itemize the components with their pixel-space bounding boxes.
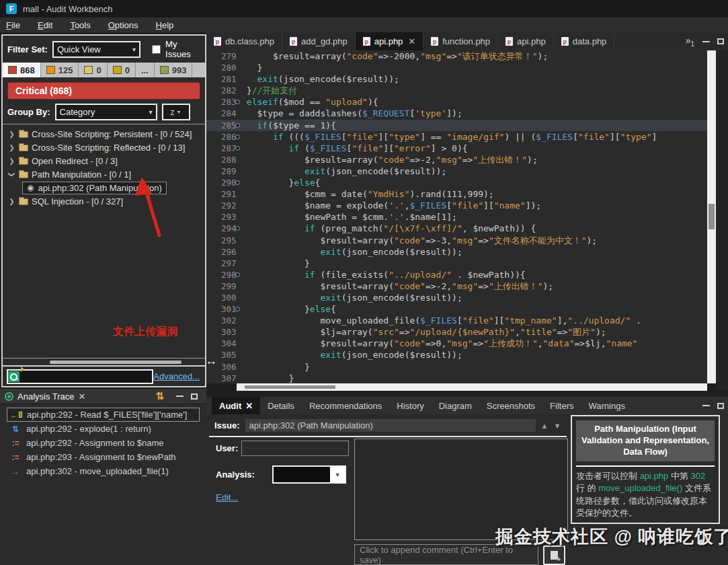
- minimize-icon[interactable]: [176, 396, 184, 397]
- severity-count-tab[interactable]: ...: [136, 63, 155, 77]
- code-line[interactable]: 289 exit(json_encode($result));: [206, 165, 707, 177]
- scrollbar-thumb[interactable]: [709, 204, 715, 229]
- editor-tab-data.php[interactable]: pdata.php: [554, 32, 615, 50]
- tab-history[interactable]: History: [389, 397, 431, 414]
- chevron-icon[interactable]: ❯: [8, 157, 15, 165]
- search-input[interactable]: [7, 369, 153, 384]
- code-line[interactable]: 305 exit(json_encode($result));: [206, 349, 707, 361]
- severity-count-tab[interactable]: 868: [3, 63, 41, 77]
- code-line[interactable]: 298 if (file_exists("../upload/" . $newP…: [206, 269, 707, 280]
- maximize-icon[interactable]: [717, 38, 724, 44]
- critical-banner[interactable]: Critical (868): [7, 82, 200, 100]
- trace-step[interactable]: →api.php:302 - move_uploaded_file(1): [7, 464, 200, 478]
- close-icon[interactable]: ✕: [79, 391, 86, 402]
- search-icon[interactable]: [8, 371, 19, 382]
- tree-issue-row[interactable]: ◉api.php:302 (Path Manipulation): [3, 181, 205, 194]
- code-line[interactable]: 282 }//开始支付: [206, 85, 707, 96]
- code-line[interactable]: 303 $lj=array("src"=>"/upload/{$newPath}…: [206, 326, 707, 338]
- next-issue-icon[interactable]: ▼: [553, 422, 561, 430]
- code-line[interactable]: 287 if ($_FILES["file"]["error"] > 0){: [206, 143, 707, 154]
- editor-tab-add_gd.php[interactable]: padd_gd.php: [282, 32, 356, 50]
- filter-set-dropdown[interactable]: Quick View ▾: [52, 41, 140, 58]
- chevron-icon[interactable]: ❯: [8, 171, 15, 178]
- menu-item-help[interactable]: Help: [156, 20, 174, 30]
- minimize-icon[interactable]: [702, 41, 710, 42]
- code-line[interactable]: 295 $result=array("code"=>-3,"msg"=>"文件名…: [206, 235, 707, 246]
- code-line[interactable]: 280 }: [206, 62, 707, 73]
- code-line[interactable]: 297 }: [206, 258, 707, 269]
- tree-folder-row[interactable]: ❯Path Manipulation - [0 / 1]: [3, 167, 205, 181]
- tab-warnings[interactable]: Warnings: [581, 397, 633, 414]
- chevron-icon[interactable]: ❯: [8, 198, 15, 205]
- code-line[interactable]: 293 $newPath = $cmm.'.'.$name[1];: [206, 211, 707, 223]
- trace-step[interactable]: ←api.php:292 - Read $_FILES['file']['nam…: [7, 408, 200, 422]
- code-line[interactable]: 290 }else{: [206, 177, 707, 188]
- user-input[interactable]: [241, 441, 349, 456]
- menu-item-file[interactable]: File: [6, 20, 20, 30]
- code-line[interactable]: 307 }: [206, 373, 707, 383]
- editor-tab-db.class.php[interactable]: pdb.class.php: [206, 32, 282, 50]
- swap-arrows-icon[interactable]: ⇅: [155, 390, 164, 402]
- tree-horizontal-scrollbar[interactable]: [3, 358, 205, 365]
- code-line[interactable]: 279 $result=array("code"=>-2000,"msg"=>"…: [206, 50, 707, 62]
- menu-item-edit[interactable]: Edit: [38, 20, 52, 30]
- code-line[interactable]: 296 exit(json_encode($result));: [206, 246, 707, 258]
- trace-step[interactable]: ⇅api.php:292 - explode(1 : return): [7, 422, 200, 436]
- tab-screenshots[interactable]: Screenshots: [479, 397, 542, 414]
- editor-horizontal-scrollbar[interactable]: [237, 383, 707, 391]
- menu-item-tools[interactable]: Tools: [70, 20, 90, 30]
- code-line[interactable]: 301 }else{: [206, 303, 707, 315]
- chevron-icon[interactable]: ❯: [8, 130, 15, 138]
- code-line[interactable]: 286 if ((($_FILES["file"]["type"] == "im…: [206, 131, 707, 143]
- group-by-dropdown[interactable]: Category ▾: [55, 104, 157, 120]
- analysis-dropdown[interactable]: ▾: [272, 465, 346, 484]
- code-line[interactable]: 288 $result=array("code"=>-2,"msg"=>"上传出…: [206, 154, 707, 165]
- code-line[interactable]: 294 if (preg_match("/[\x7f-\xff]/", $new…: [206, 223, 707, 234]
- selected-issue[interactable]: ◉api.php:302 (Path Manipulation): [22, 182, 167, 194]
- code-line[interactable]: 283 elseif($mod == "upload"){: [206, 96, 707, 108]
- trace-step[interactable]: :=api.php:293 - Assignment to $newPath: [7, 450, 200, 464]
- code-line[interactable]: 304 $result=array("code"=>0,"msg"=>"上传成功…: [206, 338, 707, 349]
- code-line[interactable]: 302 move_uploaded_file($_FILES["file"]["…: [206, 315, 707, 326]
- code-line[interactable]: 284 $type = daddslashes($_REQUEST['type'…: [206, 108, 707, 119]
- editor-tab-api.php[interactable]: papi.php: [498, 32, 554, 50]
- code-editor[interactable]: 279 $result=array("code"=>-2000,"msg"=>"…: [206, 50, 707, 383]
- advanced-link[interactable]: Advanced...: [153, 371, 200, 381]
- tab-overflow-indicator[interactable]: »1: [686, 35, 694, 48]
- minimize-icon[interactable]: [702, 405, 710, 406]
- chevron-icon[interactable]: ❯: [8, 144, 15, 151]
- tree-folder-row[interactable]: ❯Open Redirect - [0 / 3]: [3, 154, 205, 167]
- maximize-icon[interactable]: [717, 403, 724, 409]
- maximize-icon[interactable]: [191, 393, 198, 400]
- tree-folder-row[interactable]: ❯SQL Injection - [0 / 327]: [3, 194, 205, 208]
- code-line[interactable]: 281 exit(json_encode($result));: [206, 73, 707, 85]
- scrollbar-thumb[interactable]: [245, 385, 335, 389]
- sort-button[interactable]: z ▼: [162, 104, 190, 120]
- tab-recommendations[interactable]: Recommendations: [302, 397, 389, 414]
- tree-folder-row[interactable]: ❯Cross-Site Scripting: Reflected - [0 / …: [3, 141, 205, 154]
- code-line[interactable]: 291 $cmm = date("YmdHis").rand(111,999);: [206, 188, 707, 200]
- severity-count-tab[interactable]: 0: [108, 63, 136, 77]
- tab-audit[interactable]: Audit✕: [212, 397, 260, 414]
- severity-count-tab[interactable]: 0: [79, 63, 107, 77]
- editor-vertical-scrollbar[interactable]: [707, 50, 716, 383]
- my-issues-checkbox[interactable]: [152, 45, 161, 54]
- editor-tab-function.php[interactable]: pfunction.php: [423, 32, 498, 50]
- menu-item-options[interactable]: Options: [108, 20, 138, 30]
- code-line[interactable]: 300 exit(json_encode($result));: [206, 292, 707, 303]
- close-icon[interactable]: ✕: [245, 401, 253, 411]
- editor-tab-api.php[interactable]: papi.php✕: [356, 32, 424, 50]
- code-line[interactable]: 292 $name = explode('.',$_FILES["file"][…: [206, 200, 707, 211]
- tab-details[interactable]: Details: [260, 397, 302, 414]
- previous-issue-icon[interactable]: ▲: [541, 422, 549, 430]
- severity-count-tab[interactable]: 125: [41, 63, 79, 77]
- code-line[interactable]: 306 }: [206, 361, 707, 373]
- tree-folder-row[interactable]: ❯Cross-Site Scripting: Persistent - [0 /…: [3, 127, 205, 141]
- edit-link[interactable]: Edit...: [216, 492, 238, 502]
- code-line[interactable]: 299 $result=array("code"=>-2,"msg"=>"上传出…: [206, 280, 707, 292]
- severity-count-tab[interactable]: 993: [155, 63, 193, 77]
- tab-filters[interactable]: Filters: [542, 397, 581, 414]
- code-line[interactable]: 285 if($type == 1){: [206, 120, 707, 131]
- trace-step[interactable]: :=api.php:292 - Assignment to $name: [7, 436, 200, 450]
- scrollbar-thumb[interactable]: [50, 361, 181, 364]
